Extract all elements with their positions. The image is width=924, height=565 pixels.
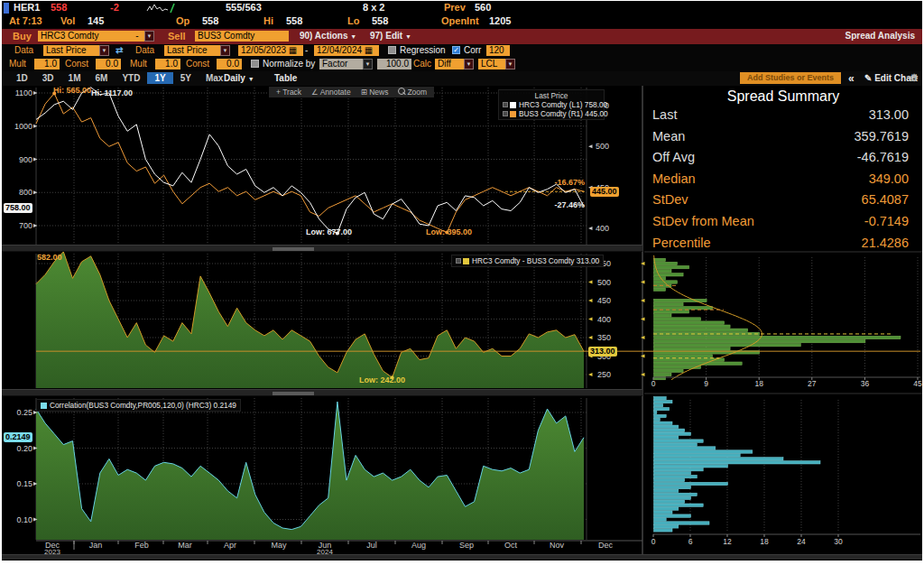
range-tab-3d[interactable]: 3D: [35, 72, 61, 84]
calendar-icon: ▦: [365, 45, 373, 55]
low-bus3-annotation: Low: 395.00: [426, 227, 472, 236]
swap-icon[interactable]: ⇄: [116, 45, 123, 55]
summary-label: StDev from Mean: [652, 211, 754, 233]
operator-box[interactable]: -: [130, 31, 144, 42]
edit-menu[interactable]: 97) Edit ▼: [370, 31, 411, 41]
data1-caret[interactable]: ▼: [99, 45, 109, 56]
summary-label: StDev: [652, 190, 688, 211]
mult1-input[interactable]: 1.0: [34, 59, 60, 69]
factor-caret[interactable]: ▼: [363, 59, 373, 69]
svg-text:27: 27: [808, 379, 817, 388]
scrollbar-top[interactable]: [2, 245, 642, 252]
lo-value: 558: [372, 15, 388, 26]
svg-text:Jul: Jul: [366, 541, 377, 550]
actions-menu[interactable]: 90) Actions ▼: [300, 31, 356, 41]
correlation-legend-value: 0.2149: [214, 401, 236, 410]
summary-value: 21.4286: [862, 233, 909, 255]
regression-checkbox[interactable]: [388, 46, 396, 54]
tool-annotate[interactable]: ∠ Annotate: [311, 88, 351, 97]
svg-text:Aug: Aug: [411, 541, 426, 550]
annotate-icon: ∠: [311, 88, 320, 97]
date-from-input[interactable]: 12/05/2023 ▦: [238, 45, 303, 56]
data1-select[interactable]: Last Price: [43, 45, 101, 56]
scrollbar-handle[interactable]: [273, 392, 314, 395]
operator-dropdown[interactable]: ▼: [144, 31, 154, 42]
spread-legend[interactable]: HRC3 Comdty - BUS3 Comdty 313.00: [451, 255, 604, 267]
legend-checkbox[interactable]: [503, 102, 508, 107]
series-label: HRC3 Comdty (L1) 758.00: [519, 100, 607, 109]
svg-text:500: 500: [596, 142, 609, 151]
correlation-legend[interactable]: Correlation(BUS3 Comdty,PR005,120,0) (HR…: [36, 399, 241, 412]
factor-select[interactable]: Factor: [319, 59, 365, 69]
tool-zoom[interactable]: Zoom: [398, 88, 427, 97]
bid-ask: 555/563: [226, 2, 262, 13]
correlation-swatch-icon: [41, 403, 47, 409]
sell-security-input[interactable]: BUS3 Comdty: [195, 31, 289, 42]
spread-area: [36, 252, 584, 388]
add-studies-button[interactable]: Add Studies or Events: [740, 72, 841, 84]
corr-checkbox[interactable]: ✓: [452, 46, 460, 54]
svg-text:May: May: [271, 541, 287, 550]
scrollbar-handle[interactable]: [273, 247, 314, 251]
change: -2: [110, 2, 119, 13]
svg-text:Mar: Mar: [178, 541, 192, 550]
range-tab-5y[interactable]: 5Y: [173, 72, 199, 84]
terminal-window: HER1 558 -2 555/563 8 x 2 Prev 560 At 7:…: [2, 1, 922, 560]
lcl-select[interactable]: LCL: [478, 59, 507, 69]
summary-row-stdev-from-mean: StDev from Mean-0.7149: [645, 211, 921, 233]
calc-select[interactable]: Diff: [435, 59, 466, 69]
gear-icon[interactable]: ⚙: [910, 72, 919, 84]
pencil-icon: ✎: [864, 73, 872, 83]
svg-text:450: 450: [597, 296, 611, 305]
data2-caret[interactable]: ▼: [220, 45, 230, 56]
summary-row-last: Last313.00: [645, 105, 921, 126]
range-tab-6m[interactable]: 6M: [88, 72, 116, 84]
tool-track[interactable]: + Track: [276, 88, 301, 97]
mult2-input[interactable]: 1.0: [155, 59, 180, 69]
openint-label: OpenInt: [441, 15, 479, 26]
correlation-last-badge: 0.2149: [4, 432, 32, 442]
factor-value-input[interactable]: 100.0: [377, 59, 411, 69]
corr-period-input[interactable]: 120: [486, 45, 510, 56]
normalize-label: Normalize by: [263, 59, 315, 69]
svg-text:0.10: 0.10: [16, 515, 32, 524]
range-tab-ytd[interactable]: YTD: [115, 72, 147, 84]
table-button[interactable]: Table: [274, 73, 297, 83]
spread-last-badge: 313.00: [588, 347, 617, 357]
calc-label: Calc: [413, 59, 431, 69]
svg-text:Jan: Jan: [89, 541, 103, 550]
scrollbar-bottom[interactable]: [2, 389, 642, 396]
summary-value: 359.7619: [855, 126, 909, 148]
summary-row-mean: Mean359.7619: [645, 126, 921, 148]
calc-caret[interactable]: ▼: [464, 59, 474, 69]
range-tab-1y[interactable]: 1Y: [147, 72, 172, 84]
normalize-checkbox[interactable]: [251, 60, 259, 68]
svg-text:0.20: 0.20: [16, 444, 32, 453]
series-swatch-icon: [510, 102, 516, 108]
hi-value: 558: [286, 15, 302, 26]
buy-security-input[interactable]: HRC3 Comdty: [38, 31, 132, 42]
spread-summary-title: Spread Summary: [645, 86, 921, 105]
bottom-strip: [2, 554, 922, 560]
command-bar: Buy HRC3 Comdty - ▼ Sell BUS3 Comdty 90)…: [2, 29, 922, 44]
period-select[interactable]: Daily ▼: [224, 73, 254, 83]
const1-input[interactable]: 0.0: [96, 59, 121, 69]
const2-input[interactable]: 0.0: [217, 59, 242, 69]
spread-summary-panel: Spread Summary Last313.00Mean359.7619Off…: [645, 86, 921, 251]
summary-row-percentile: Percentile21.4286: [645, 233, 921, 255]
screen-title: Spread Analysis: [845, 31, 915, 41]
range-tab-1d[interactable]: 1D: [9, 72, 35, 84]
svg-text:45: 45: [913, 379, 922, 388]
range-tab-1m[interactable]: 1M: [61, 72, 88, 84]
svg-text:350: 350: [597, 333, 611, 342]
collapse-icon[interactable]: «: [848, 72, 855, 85]
data2-label: Data: [135, 45, 154, 55]
legend-checkbox[interactable]: [456, 258, 461, 264]
date-to-input[interactable]: 12/04/2024 ▦: [314, 45, 379, 56]
legend-checkbox[interactable]: [503, 111, 508, 116]
data2-select[interactable]: Last Price: [164, 45, 222, 56]
svg-text:30: 30: [834, 537, 843, 546]
lcl-caret[interactable]: ▼: [505, 59, 515, 69]
price-legend[interactable]: Last Price HRC3 Comdty (L1) 758.00BUS3 C…: [498, 89, 605, 120]
tool-news[interactable]: ⊞ News: [361, 88, 389, 97]
